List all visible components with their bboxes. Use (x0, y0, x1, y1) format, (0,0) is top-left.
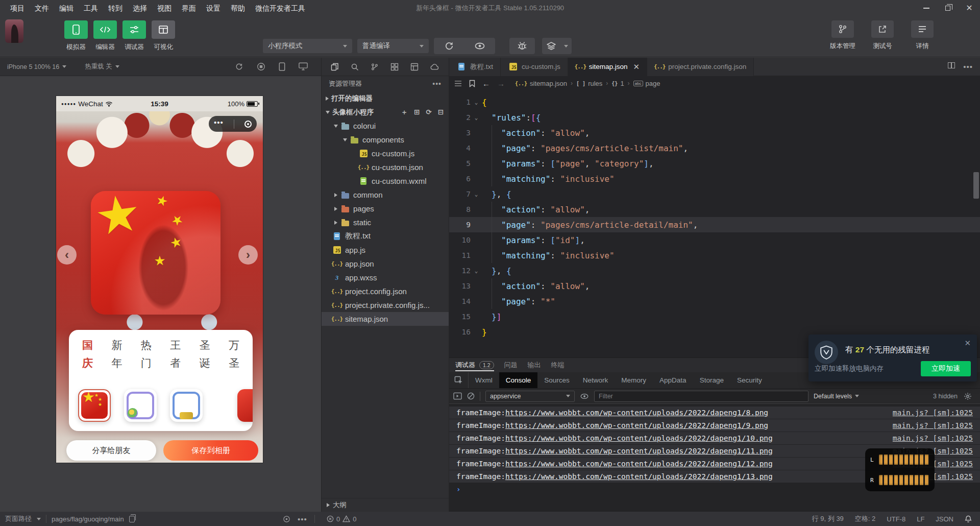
menu-item-6[interactable]: 视图 (152, 0, 177, 16)
console-url-link[interactable]: https://www.wobbt.com/wp-content/uploads… (505, 447, 773, 455)
cursor-position[interactable]: 行 9, 列 39 (812, 514, 844, 523)
menu-item-10[interactable]: 微信开发者工具 (250, 0, 310, 16)
new-folder-icon[interactable]: ⊞ (414, 108, 420, 117)
version-manage-button[interactable]: 版本管理 (828, 20, 857, 51)
menu-item-5[interactable]: 选择 (128, 0, 152, 16)
category-tab-5[interactable]: 万圣 (229, 338, 239, 370)
page-path-value[interactable]: pages/flag/guoqing/main (52, 515, 124, 523)
thumbnail-flag[interactable]: ★★★★ (78, 389, 111, 422)
explorer-more-icon[interactable]: ••• (432, 80, 442, 88)
menu-item-9[interactable]: 帮助 (226, 0, 250, 16)
editor-tab-cu-custom.js[interactable]: JScu-custom.js (501, 58, 568, 76)
code-line-5[interactable]: 5 "params": ["page", "category"], (449, 156, 980, 171)
tree-item-colorui[interactable]: colorui (322, 119, 449, 133)
category-tab-3[interactable]: 王者 (170, 338, 181, 370)
code-line-11[interactable]: 11 "matching": "inclusive" (449, 248, 980, 263)
code-line-8[interactable]: 8 "action": "allow", (449, 202, 980, 217)
fold-arrow-icon[interactable]: ⌄ (471, 114, 482, 121)
refresh-tree-icon[interactable]: ⟳ (426, 108, 431, 117)
avatar[interactable] (5, 19, 23, 43)
thumbnail-purple-frame[interactable] (124, 389, 157, 422)
breadcrumb-rules[interactable]: [ ]rules (575, 80, 603, 87)
tree-item-cu-custom.js[interactable]: JScu-custom.js (322, 147, 449, 160)
prev-frame-arrow[interactable]: ‹ (57, 245, 77, 265)
breadcrumb-1[interactable]: {}1 (610, 80, 625, 87)
devtools-tab-Memory[interactable]: Memory (615, 372, 653, 388)
eol-setting[interactable]: LF (917, 515, 924, 523)
device-selector[interactable]: iPhone 5 100% 16 (7, 63, 66, 70)
devtools-tab-AppData[interactable]: AppData (653, 372, 693, 388)
menu-item-1[interactable]: 文件 (30, 0, 54, 16)
eye-status-icon[interactable] (283, 515, 290, 523)
breadcrumb-page[interactable]: abcpage (632, 80, 662, 87)
console-url-link[interactable]: https://www.wobbt.com/wp-content/uploads… (505, 434, 773, 442)
code-line-7[interactable]: 7 ⌄ }, { (449, 186, 980, 202)
code-line-2[interactable]: 2 ⌄ "rules":[{ (449, 110, 980, 125)
menu-item-3[interactable]: 工具 (79, 0, 103, 16)
tree-item-common[interactable]: common (322, 188, 449, 202)
console-source-link[interactable]: main.js? [sm]:1025 (893, 421, 973, 429)
tree-item-app.json[interactable]: {..}app.json (322, 257, 449, 271)
menu-item-0[interactable]: 项目 (5, 0, 30, 16)
clear-cache-button[interactable] (542, 38, 572, 54)
miniprogram-capsule[interactable]: ••• (209, 116, 257, 132)
fold-arrow-icon[interactable]: ⌄ (471, 191, 482, 198)
editor-tab-sitemap.json[interactable]: {..}sitemap.json ✕ (568, 58, 647, 76)
tree-item-components[interactable]: components (322, 133, 449, 147)
mode-dropdown[interactable]: 小程序模式 (263, 39, 352, 53)
reload-icon[interactable] (235, 62, 243, 71)
devtools-tab-Security[interactable]: Security (730, 372, 769, 388)
hot-reload-toggle[interactable]: 热重载 关 (85, 62, 119, 71)
share-button[interactable]: 分享给朋友 (66, 440, 156, 461)
devtools-tab-Storage[interactable]: Storage (693, 372, 730, 388)
console-url-link[interactable]: https://www.wobbt.com/wp-content/uploads… (505, 472, 773, 481)
tree-item-cu-custom.wxml[interactable]: cu-custom.wxml (322, 174, 449, 188)
git-icon[interactable] (371, 63, 379, 71)
language-mode[interactable]: JSON (936, 515, 953, 523)
devtools-tab-Sources[interactable]: Sources (537, 372, 576, 388)
editor-tab-教程.txt[interactable]: 教程.txt (449, 58, 501, 76)
category-tab-0[interactable]: 国庆 (82, 338, 93, 370)
tree-item-pages[interactable]: pages (322, 202, 449, 216)
eye-icon[interactable] (580, 392, 589, 400)
forward-arrow-icon[interactable]: → (497, 79, 505, 88)
popup-close-icon[interactable]: ✕ (964, 339, 971, 348)
preview-button[interactable] (474, 41, 485, 51)
status-more-icon[interactable]: ••• (298, 515, 307, 523)
compile-button[interactable] (444, 41, 454, 51)
devtools-tab-Wxml[interactable]: Wxml (469, 372, 499, 388)
cloud-icon[interactable] (430, 63, 439, 70)
outline-list-icon[interactable] (454, 80, 462, 87)
page-path-label[interactable]: 页面路径 (5, 514, 32, 523)
code-line-9[interactable]: 9 "page": "pages/cms/article-detail/main… (449, 217, 980, 232)
avatar-frame-preview[interactable]: ★ ★ ★ ★ ★ (91, 191, 220, 315)
code-line-6[interactable]: 6 "matching": "inclusive" (449, 171, 980, 186)
toggle-0[interactable]: 模拟器 (64, 20, 88, 52)
menu-item-4[interactable]: 转到 (103, 0, 128, 16)
breadcrumb-sitemap.json[interactable]: {..}sitemap.json (514, 80, 568, 87)
toggle-1[interactable]: 编辑器 (93, 20, 117, 52)
code-line-14[interactable]: 14 "page": "*" (449, 294, 980, 309)
bell-icon[interactable] (965, 515, 972, 523)
details-button[interactable]: 详情 (908, 20, 937, 51)
close-tab-icon[interactable]: ✕ (633, 62, 640, 71)
menu-item-7[interactable]: 界面 (177, 0, 201, 16)
collapse-all-icon[interactable]: ⊟ (438, 108, 444, 117)
maximize-button[interactable] (937, 0, 959, 16)
console-url-link[interactable]: https://www.wobbt.com/wp-content/uploads… (505, 409, 768, 417)
devtools-tab-Console[interactable]: Console (499, 372, 538, 388)
category-tab-2[interactable]: 热门 (141, 338, 152, 370)
grid-icon[interactable] (390, 63, 399, 71)
tree-item-教程.txt[interactable]: 教程.txt (322, 229, 449, 243)
desktop-icon[interactable] (299, 62, 308, 70)
console-source-link[interactable]: main.js? [sm]:1025 (893, 409, 973, 417)
sidebar-toggle-icon[interactable] (453, 392, 462, 400)
category-tab-4[interactable]: 圣诞 (200, 338, 210, 370)
new-file-icon[interactable]: ＋ (401, 108, 408, 117)
problems-indicator[interactable]: 0 0 (327, 515, 356, 523)
back-arrow-icon[interactable]: ← (482, 79, 490, 88)
console-source-link[interactable]: main.js? [sm]:1025 (893, 434, 973, 442)
thumbnail-blue-frame[interactable] (170, 389, 203, 422)
debug-tab-1[interactable]: 问题 (504, 358, 518, 372)
tree-item-sitemap.json[interactable]: {..}sitemap.json (322, 312, 449, 326)
